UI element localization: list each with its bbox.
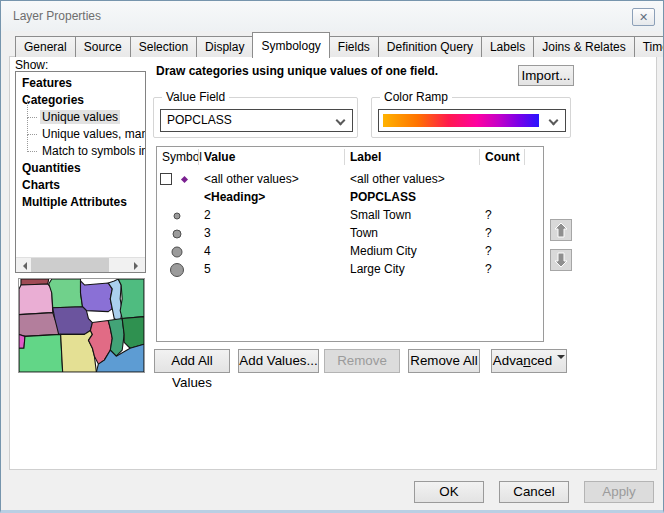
table-row[interactable]: 5 Large City ? (157, 261, 543, 278)
tab-joins-relates[interactable]: Joins & Relates (533, 36, 634, 57)
header-symbol: Symbol (162, 150, 202, 164)
tab-definition-query[interactable]: Definition Query (378, 36, 482, 57)
window-title: Layer Properties (13, 9, 101, 23)
value-field-dropdown[interactable]: POPCLASS (160, 109, 353, 132)
table-row-heading[interactable]: <Heading> POPCLASS (157, 189, 543, 206)
tree-item-charts[interactable]: Charts (16, 177, 145, 194)
map-state (118, 279, 144, 319)
point-symbol-icon (157, 243, 198, 260)
arrow-down-icon (554, 252, 568, 268)
color-ramp-dropdown[interactable] (378, 109, 566, 132)
add-values-button[interactable]: Add Values... (238, 349, 319, 373)
add-all-values-button[interactable]: Add All Values (154, 349, 230, 373)
tab-selection[interactable]: Selection (130, 36, 197, 57)
tree-item-features[interactable]: Features (16, 75, 145, 92)
chevron-down-icon (336, 116, 346, 126)
map-state (81, 281, 113, 312)
map-lake (108, 279, 122, 323)
ok-button[interactable]: OK (414, 481, 484, 503)
point-symbol-icon (181, 176, 188, 183)
map-state (122, 317, 144, 349)
remove-button[interactable]: Remove (324, 349, 400, 373)
show-label: Show: (15, 58, 48, 72)
remove-all-button[interactable]: Remove All (408, 349, 480, 373)
point-symbol-icon (157, 261, 198, 280)
table-row[interactable]: 4 Medium City ? (157, 243, 543, 260)
point-symbol-icon (157, 207, 198, 224)
tab-time[interactable]: Time (634, 36, 664, 57)
tree-horizontal-scrollbar[interactable] (16, 257, 145, 272)
close-icon[interactable]: ✕ (632, 8, 655, 26)
move-down-button[interactable] (550, 249, 572, 271)
tree-item-quantities[interactable]: Quantities (16, 160, 145, 177)
scrollbar-thumb[interactable] (31, 258, 109, 273)
tree-item-match-symbols[interactable]: Match to symbols in a (16, 143, 145, 160)
map-state (49, 279, 83, 308)
values-table: Symbol Value Label Count <all other valu… (156, 146, 544, 342)
dropdown-arrow-icon (557, 355, 565, 363)
tab-source[interactable]: Source (75, 36, 131, 57)
apply-button[interactable]: Apply (584, 481, 654, 503)
tab-display[interactable]: Display (196, 36, 253, 57)
map-preview (18, 278, 145, 373)
import-button[interactable]: Import... (518, 65, 574, 86)
tab-fields[interactable]: Fields (329, 36, 379, 57)
map-state (53, 307, 93, 335)
table-row[interactable]: <all other values> <all other values> (157, 171, 543, 188)
tree-item-multiple-attributes[interactable]: Multiple Attributes (16, 194, 145, 211)
scroll-right-icon[interactable] (130, 258, 145, 273)
map-state (19, 334, 63, 372)
scroll-left-icon[interactable] (16, 258, 31, 273)
tab-general[interactable]: General (15, 36, 76, 57)
tab-symbology[interactable]: Symbology (252, 32, 329, 58)
table-row[interactable]: 3 Town ? (157, 225, 543, 242)
color-ramp-group: Color Ramp (371, 97, 571, 138)
value-field-group: Value Field POPCLASS (153, 97, 358, 138)
map-state (19, 284, 53, 315)
point-symbol-icon (157, 225, 198, 242)
header-count: Count (485, 150, 520, 164)
value-field-label: Value Field (162, 90, 229, 104)
header-value: Value (204, 150, 235, 164)
table-row[interactable]: 2 Small Town ? (157, 207, 543, 224)
color-ramp-label: Color Ramp (380, 90, 452, 104)
header-label: Label (350, 150, 381, 164)
title-bar: Layer Properties ✕ (1, 1, 663, 31)
advanced-button[interactable]: Advanced (491, 349, 567, 373)
cancel-button[interactable]: Cancel (499, 481, 569, 503)
layer-properties-dialog: Layer Properties ✕ General Source Select… (0, 0, 664, 513)
method-description: Draw categories using unique values of o… (156, 64, 438, 78)
chevron-down-icon (549, 116, 559, 126)
tab-labels[interactable]: Labels (481, 36, 534, 57)
arrow-up-icon (554, 222, 568, 238)
color-ramp-gradient (383, 114, 539, 127)
table-header: Symbol Value Label Count (157, 147, 543, 167)
move-up-button[interactable] (550, 219, 572, 241)
all-other-values-checkbox[interactable] (160, 173, 172, 185)
tab-strip: General Source Selection Display Symbolo… (15, 34, 664, 57)
show-tree: Features Categories Unique values Unique… (15, 71, 146, 273)
